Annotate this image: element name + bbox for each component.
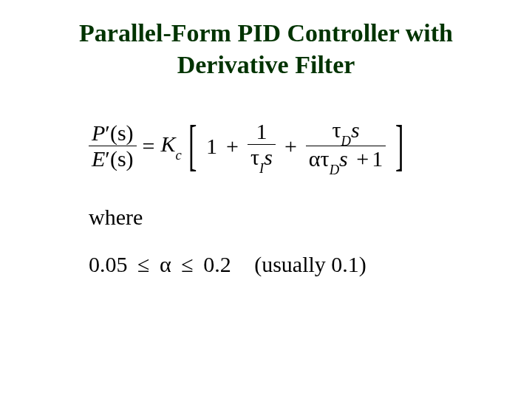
alpha-low: 0.05 (89, 252, 128, 276)
plus-1: + (222, 134, 243, 159)
tau-D-den: τ (321, 146, 330, 171)
tau-D-num: τ (332, 117, 341, 142)
sub-c: c (175, 147, 181, 163)
sub-I: I (259, 160, 264, 176)
lhs-fraction: P′(s) E′(s) (89, 120, 137, 172)
alpha-range: 0.05 ≤ α ≤ 0.2 (usually 0.1) (89, 252, 502, 277)
title-line1: Parallel-Form PID Controller with (79, 19, 453, 47)
s-dden: s (339, 146, 348, 171)
sym-E: E (92, 146, 105, 171)
s-dnum: s (351, 117, 360, 142)
plus-3: + (353, 146, 372, 171)
alpha-note: (usually 0.1) (236, 252, 366, 276)
title-line2: Derivative Filter (177, 51, 355, 78)
int-num: 1 (253, 119, 270, 145)
sym-K: K (160, 132, 175, 156)
Kc: Kc (160, 132, 181, 160)
alpha-den: α (309, 146, 321, 171)
alpha-high: 0.2 (203, 252, 231, 276)
one-den: 1 (372, 146, 383, 171)
le-1: ≤ (133, 252, 154, 276)
s-int: s (264, 145, 273, 169)
sub-D-num: D (341, 133, 350, 149)
alpha-sym: α (160, 252, 171, 276)
page-title: Parallel-Form PID Controller with Deriva… (30, 18, 502, 81)
pid-equation: P′(s) E′(s) = Kc [ 1 + 1 τIs + τDs (89, 117, 502, 175)
equals-sign: = (138, 134, 160, 159)
derivative-term: τDs ατDs +1 (306, 117, 386, 175)
sym-s1: (s) (110, 120, 134, 145)
sym-P: P (92, 120, 105, 145)
integral-term: 1 τIs (248, 119, 276, 174)
bracket-content: 1 + 1 τIs + τDs ατDs +1 (203, 117, 389, 175)
sub-D-den: D (330, 162, 339, 177)
sym-s2: (s) (110, 146, 134, 171)
plus-2: + (280, 134, 301, 159)
term-one: 1 (206, 134, 217, 159)
where-label: where (89, 205, 502, 230)
tau-I: τ (250, 145, 259, 169)
le-2: ≤ (177, 252, 197, 276)
